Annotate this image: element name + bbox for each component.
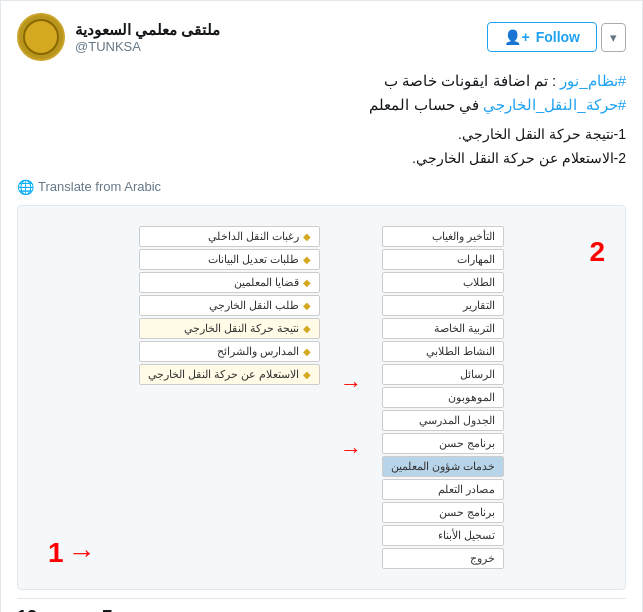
menu-item-label: المدارس والشرائح [217, 345, 299, 358]
stats-row: 12 RETWEETS 7 LIKES [17, 607, 626, 612]
retweets-stat: 12 RETWEETS [17, 607, 82, 612]
detail-line1: 1-نتيجة حركة النقل الخارجي. [17, 123, 626, 147]
tweet-header: ملتقى معلمي السعودية @TUNKSA 👤+ Follow ▾ [17, 13, 626, 61]
tweet-body: #نظام_نور : تم اضافة ايقونات خاصة ب #حرك… [17, 69, 626, 195]
annotation-1: 1 → [48, 537, 96, 569]
left-menu-item-15: خروج [382, 548, 504, 569]
follow-label: Follow [536, 29, 580, 45]
bullet-icon: ◆ [303, 277, 311, 288]
menu-item-label: الاستعلام عن حركة النقل الخارجي [148, 368, 299, 381]
annotation-2: 2 [589, 236, 605, 268]
left-menu-item-13: برنامج حسن [382, 502, 504, 523]
tweet-footer: 12 RETWEETS 7 LIKES Solar [17, 598, 626, 612]
menu-item-label: نتيجة حركة النقل الخارجي [184, 322, 299, 335]
bullet-icon: ◆ [303, 254, 311, 265]
left-menu-item-12: مصادر التعلم [382, 479, 504, 500]
screen-name: @TUNKSA [75, 39, 220, 54]
menu-item-label: طلب النقل الخارجي [209, 299, 299, 312]
left-menu-item-3: الطلاب [382, 272, 504, 293]
tweet-detail: 1-نتيجة حركة النقل الخارجي. 2-الاستعلام … [17, 123, 626, 171]
left-menu-item-8: الموهوبون [382, 387, 504, 408]
avatar-emblem [23, 19, 59, 55]
bullet-icon: ◆ [303, 300, 311, 311]
left-menu-item-9: الجدول المدرسي [382, 410, 504, 431]
left-menu-item-14: تسجيل الأبناء [382, 525, 504, 546]
follow-button[interactable]: 👤+ Follow [487, 22, 597, 52]
right-menu-item-2: ◆ طلبات تعديل البيانات [139, 249, 320, 270]
detail-line2: 2-الاستعلام عن حركة النقل الخارجي. [17, 147, 626, 171]
right-menu-item-3: ◆ قضايا المعلمين [139, 272, 320, 293]
chevron-down-icon: ▾ [610, 30, 617, 45]
annotation-number-2: 2 [589, 236, 605, 268]
annotation-arrow-1: → [68, 537, 96, 569]
retweets-count: 12 [17, 607, 82, 612]
translate-link[interactable]: 🌐 Translate from Arabic [17, 179, 626, 195]
tweet-card: ملتقى معلمي السعودية @TUNKSA 👤+ Follow ▾… [1, 1, 642, 612]
follow-icon: 👤+ [504, 29, 529, 45]
tweet-text-part2: في حساب المعلم [369, 96, 478, 113]
hashtag-movement[interactable]: #حركة_النقل_الخارجي [483, 96, 626, 113]
globe-icon: 🌐 [17, 179, 34, 195]
annotation-number-1: 1 [48, 537, 64, 569]
left-menu-item-7: الرسائل [382, 364, 504, 385]
left-menu-item-4: التقارير [382, 295, 504, 316]
bullet-icon: ◆ [303, 231, 311, 242]
arrow-right-2: → [340, 437, 362, 463]
tweet-screenshot-image: ◆ رغبات النقل الداخلي ◆ طلبات تعديل البي… [17, 205, 626, 590]
follow-btn-wrapper: 👤+ Follow ▾ [487, 22, 626, 52]
likes-count: 7 [102, 607, 136, 612]
left-menu-item-6: النشاط الطلابي [382, 341, 504, 362]
hashtag-noor[interactable]: #نظام_نور [560, 72, 626, 89]
right-menu-item-5-highlighted: ◆ نتيجة حركة النقل الخارجي [139, 318, 320, 339]
user-info: ملتقى معلمي السعودية @TUNKSA [75, 21, 220, 54]
right-menu-item-4: ◆ طلب النقل الخارجي [139, 295, 320, 316]
menu-item-label: طلبات تعديل البيانات [208, 253, 299, 266]
left-menu-item-11-selected: خدمات شؤون المعلمين [382, 456, 504, 477]
arrow-right-1: → [340, 371, 362, 397]
right-menu-item-6: ◆ المدارس والشرائح [139, 341, 320, 362]
menu-item-label: قضايا المعلمين [234, 276, 299, 289]
right-menu-item-7-highlighted: ◆ الاستعلام عن حركة النقل الخارجي [139, 364, 320, 385]
right-menu: ◆ رغبات النقل الداخلي ◆ طلبات تعديل البي… [139, 226, 320, 569]
likes-stat: 7 LIKES [102, 607, 136, 612]
right-menu-item-1: ◆ رغبات النقل الداخلي [139, 226, 320, 247]
menu-item-label: رغبات النقل الداخلي [208, 230, 299, 243]
left-menu: التأخير والغياب المهارات الطلاب التقارير… [382, 226, 504, 569]
menu-screenshot: ◆ رغبات النقل الداخلي ◆ طلبات تعديل البي… [28, 216, 615, 579]
tweet-text: #نظام_نور : تم اضافة ايقونات خاصة ب #حرك… [17, 69, 626, 117]
bullet-icon: ◆ [303, 346, 311, 357]
bullet-icon: ◆ [303, 369, 311, 380]
bullet-icon: ◆ [303, 323, 311, 334]
caret-button[interactable]: ▾ [601, 23, 626, 52]
arrows-column: → → [340, 226, 362, 569]
left-menu-item-2: المهارات [382, 249, 504, 270]
left-menu-item-1: التأخير والغياب [382, 226, 504, 247]
user-info-section: ملتقى معلمي السعودية @TUNKSA [17, 13, 220, 61]
avatar[interactable] [17, 13, 65, 61]
left-menu-item-5: التربية الخاصة [382, 318, 504, 339]
tweet-text-part1: : تم اضافة ايقونات خاصة ب [384, 72, 556, 89]
left-menu-item-10: برنامج حسن [382, 433, 504, 454]
avatar-inner [19, 15, 63, 59]
translate-label: Translate from Arabic [38, 179, 161, 194]
display-name: ملتقى معلمي السعودية [75, 21, 220, 39]
